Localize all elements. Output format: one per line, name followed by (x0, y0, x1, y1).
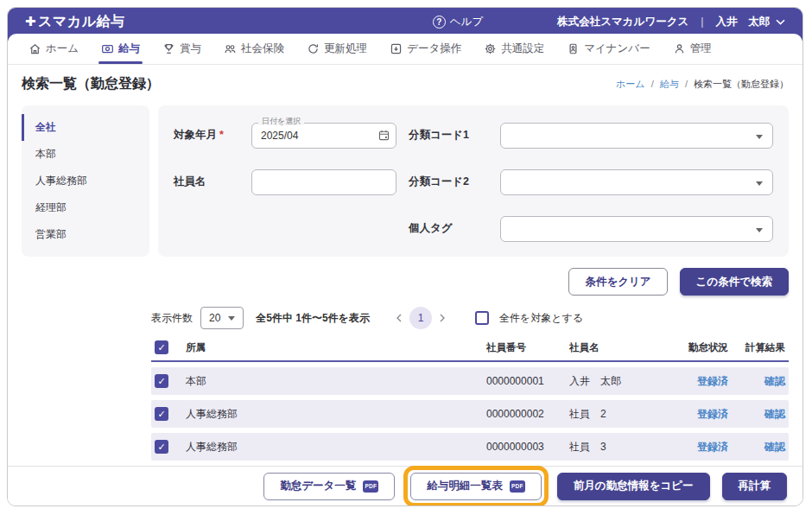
button-label: 勤怠データ一覧 (280, 479, 356, 493)
user-name: 入井 太郎 (716, 15, 771, 29)
attendance-status-link[interactable]: 登録済 (697, 441, 728, 453)
sidebar-item-accounting[interactable]: 経理部 (22, 194, 149, 221)
chevron-down-icon (776, 19, 785, 25)
column-header-attendance-status: 勤怠状況 (642, 341, 728, 354)
table-body: 本部 0000000001 入井 太郎 登録済 確認 人事総務部 0000000… (151, 362, 789, 466)
cell-department: 人事総務部 (186, 407, 486, 422)
breadcrumb: ホーム / 給与 / 検索一覧（勤怠登録） (616, 78, 789, 91)
nav-item-social-insurance[interactable]: 社会保険 (224, 34, 284, 64)
select-all-label: 全件を対象とする (499, 311, 583, 326)
calendar-icon[interactable] (377, 129, 390, 142)
main-nav: ホーム 給与 賞与 社会保険 更新処理 データ操作 共通設定 マイナンバー (8, 34, 802, 65)
nav-item-payroll[interactable]: 給与 (101, 34, 140, 64)
cell-employee-name: 入井 太郎 (569, 374, 642, 389)
bonus-icon (162, 42, 175, 55)
table-row: 人事総務部 0000000003 社員 3 登録済 確認 (151, 433, 789, 461)
refresh-icon (307, 42, 320, 55)
page-size-select[interactable]: 20 (200, 307, 244, 329)
cell-employee-no: 0000000003 (486, 441, 569, 453)
button-label: 給与明細一覧表 (427, 479, 503, 493)
pdf-icon: PDF (363, 480, 378, 493)
attendance-data-list-button[interactable]: 勤怠データ一覧 PDF (263, 473, 395, 500)
nav-item-bonus[interactable]: 賞与 (162, 34, 201, 64)
row-checkbox[interactable] (155, 440, 168, 454)
pdf-icon: PDF (510, 480, 525, 493)
cell-employee-no: 0000000002 (486, 408, 569, 420)
nav-item-settings[interactable]: 共通設定 (484, 34, 544, 64)
breadcrumb-separator: / (685, 79, 688, 89)
header-divider: | (701, 16, 703, 28)
category-code2-select[interactable] (500, 169, 773, 195)
nav-item-mynumber[interactable]: マイナンバー (567, 34, 650, 64)
range-text: 全5件中 1件〜5件を表示 (256, 311, 370, 326)
row-checkbox[interactable] (155, 407, 168, 421)
search-filter-form: 対象年月* 日付を選択 分類コード1 社員名 分類コード2 個人タグ (158, 105, 789, 257)
help-link[interactable]: ? ヘルプ (433, 15, 483, 29)
admin-icon (673, 42, 686, 55)
calc-result-link[interactable]: 確認 (764, 375, 785, 387)
page-number-button[interactable]: 1 (409, 307, 432, 329)
breadcrumb-separator: / (651, 79, 654, 89)
chevron-down-icon (756, 181, 763, 189)
logo-text: スマカル給与 (38, 13, 125, 31)
breadcrumb-payroll-link[interactable]: 給与 (660, 79, 679, 89)
chevron-down-icon (756, 228, 763, 236)
attendance-status-link[interactable]: 登録済 (697, 408, 728, 420)
breadcrumb-home-link[interactable]: ホーム (616, 79, 645, 89)
category-code1-select[interactable] (500, 123, 773, 149)
attendance-status-link[interactable]: 登録済 (697, 375, 728, 387)
payslip-list-button[interactable]: 給与明細一覧表 PDF (410, 473, 542, 500)
company-name: 株式会社スマカルワークス (557, 15, 688, 29)
chevron-down-icon (228, 316, 235, 324)
result-list: 表示件数 20 全5件中 1件〜5件を表示 1 全件を対象とする 所属 社員番号… (151, 296, 789, 466)
logo-plus-icon: ✚ (25, 14, 36, 29)
employee-name-input[interactable] (251, 169, 396, 195)
footer-action-bar: 勤怠データ一覧 PDF 給与明細一覧表 PDF 前月の勤怠情報をコピー 再計算 (8, 466, 802, 505)
nav-item-home[interactable]: ホーム (29, 34, 79, 64)
search-button[interactable]: この条件で検索 (680, 268, 789, 296)
nav-item-admin[interactable]: 管理 (673, 34, 712, 64)
nav-item-label: 共通設定 (501, 41, 544, 56)
department-sidebar: 全社 本部 人事総務部 経理部 営業部 (22, 105, 149, 257)
row-checkbox[interactable] (155, 374, 168, 388)
user-menu[interactable]: 入井 太郎 (716, 15, 786, 29)
highlight-annotation: 給与明細一覧表 PDF (403, 466, 549, 507)
recalculate-button[interactable]: 再計算 (722, 473, 788, 500)
category-code2-label: 分類コード2 (409, 175, 488, 189)
next-page-button[interactable] (432, 314, 453, 322)
cell-employee-no: 0000000001 (486, 375, 569, 387)
nav-item-label: 賞与 (180, 41, 201, 56)
category-code1-label: 分類コード1 (409, 128, 488, 143)
nav-item-label: データ操作 (407, 41, 461, 56)
table-row: 本部 0000000001 入井 太郎 登録済 確認 (151, 367, 789, 395)
settings-icon (484, 42, 497, 55)
sidebar-item-all-company[interactable]: 全社 (22, 114, 149, 141)
pagination-bar: 表示件数 20 全5件中 1件〜5件を表示 1 全件を対象とする (151, 307, 789, 329)
cell-employee-name: 社員 3 (569, 440, 642, 455)
target-month-label: 対象年月* (174, 128, 239, 143)
sidebar-item-sales[interactable]: 営業部 (22, 221, 149, 248)
calc-result-link[interactable]: 確認 (764, 408, 785, 420)
mynumber-icon (567, 42, 580, 55)
payroll-icon (101, 42, 114, 55)
main-content: 検索一覧（勤怠登録） ホーム / 給与 / 検索一覧（勤怠登録） 全社 本部 人… (8, 65, 802, 466)
help-label: ヘルプ (450, 15, 483, 29)
sidebar-item-headquarters[interactable]: 本部 (22, 141, 149, 168)
prev-page-button[interactable] (389, 314, 409, 322)
nav-item-update[interactable]: 更新処理 (307, 34, 367, 64)
personal-tag-select[interactable] (500, 216, 773, 242)
nav-item-label: 更新処理 (324, 41, 367, 56)
sidebar-item-hr-general-affairs[interactable]: 人事総務部 (22, 168, 149, 194)
nav-item-label: ホーム (46, 41, 79, 56)
clear-conditions-button[interactable]: 条件をクリア (568, 268, 667, 296)
target-month-input[interactable] (251, 123, 396, 149)
calc-result-link[interactable]: 確認 (764, 441, 785, 453)
column-header-calc-result: 計算結果 (728, 341, 789, 354)
social-insurance-icon (224, 42, 237, 55)
top-bar-right: ? ヘルプ 株式会社スマカルワークス | 入井 太郎 (433, 15, 785, 29)
select-all-rows-checkbox[interactable] (155, 340, 168, 354)
copy-prev-month-attendance-button[interactable]: 前月の勤怠情報をコピー (557, 473, 710, 500)
column-header-department: 所属 (186, 341, 486, 354)
select-all-records-checkbox[interactable] (475, 311, 489, 325)
nav-item-data-operation[interactable]: データ操作 (390, 34, 461, 64)
